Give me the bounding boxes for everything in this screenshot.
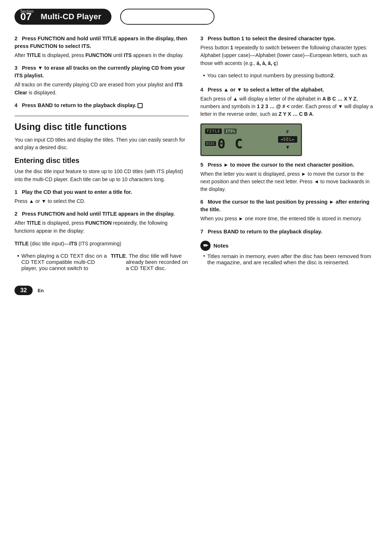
section-title-large: Using disc title functions [15, 121, 189, 132]
footer-lang: En [38, 288, 44, 293]
lcd-disc-label: DISC [205, 141, 216, 146]
step5r-body: When the letter you want is displayed, p… [200, 170, 375, 193]
section-label: Section [20, 9, 34, 13]
lcd-right: F ◄5EL► ▼ [278, 129, 297, 150]
lcd-disc-row: DISC 0​ C [205, 136, 243, 151]
section-intro: You can input CD titles and display the … [15, 136, 189, 152]
two-col: 2 Press FUNCTION and hold until TITLE ap… [15, 35, 377, 273]
notes-box: ✏ Notes Titles remain in memory, even af… [200, 241, 375, 265]
lcd-arrow-down: ▼ [286, 144, 289, 150]
notes-bullet: Titles remain in memory, even after the … [200, 253, 375, 265]
lcd-f-label: F [286, 129, 289, 135]
lcd-sel-box: ◄5EL► [278, 136, 297, 143]
step3-body: All tracks on the currently playing CD a… [15, 81, 189, 97]
step3-heading: 3 Press ▼ to erase all tracks on the cur… [15, 64, 189, 79]
header-section-block: Section 07 Multi-CD Player [15, 9, 111, 25]
bullet-cd: When playing a CD TEXT disc on a CD TEXT… [15, 253, 189, 271]
step6r-heading: 6 Move the cursor to the last position b… [200, 198, 375, 213]
lcd-left: TITLE ITS% DISC 0​ C [205, 128, 243, 151]
step6r-body: When you press ► one more time, the ente… [200, 215, 375, 223]
press-func-body: After TITLE is displayed, press FUNCTION… [15, 219, 189, 235]
press-func-heading: 2 Press FUNCTION and hold until TITLE ap… [15, 210, 189, 218]
page-wrapper: Section 07 Multi-CD Player 2 Press FUNCT… [0, 0, 392, 555]
sub-title: Entering disc titles [15, 156, 189, 165]
step3r-bullet: You can select to input numbers by press… [200, 72, 375, 78]
notes-title: Notes [213, 242, 229, 249]
step3r-heading: 3 Press button 1 to select the desired c… [200, 35, 375, 42]
title-its-line: TITLE (disc title input)—ITS (ITS progra… [15, 240, 189, 248]
play-body: Press ▲ or ▼ to select the CD. [15, 197, 189, 205]
step2-body: After TITLE is displayed, press FUNCTION… [15, 52, 189, 59]
col-left: 2 Press FUNCTION and hold until TITLE ap… [15, 35, 189, 273]
step4-heading: 4 Press BAND to return to the playback d… [15, 102, 189, 109]
step7r-heading: 7 Press BAND to return to the playback d… [200, 228, 375, 236]
lcd-big-char: 0​ C [217, 136, 243, 151]
end-symbol [138, 103, 143, 108]
step4r-body: Each press of ▲ will display a letter of… [200, 95, 375, 118]
play-heading: 1 Play the CD that you want to enter a t… [15, 188, 189, 196]
notes-header: ✏ Notes [200, 241, 375, 251]
section-divider [15, 116, 189, 116]
page-number-badge: 32 [15, 286, 33, 295]
step4r-heading: 4 Press ▲ or ▼ to select a letter of the… [200, 86, 375, 94]
step3r-body: Press button 1 repeatedly to switch betw… [200, 44, 375, 67]
header-title-box: Multi-CD Player [36, 9, 111, 25]
step5r-heading: 5 Press ► to move the cursor to the next… [200, 161, 375, 169]
col-right: 3 Press button 1 to select the desired c… [200, 35, 375, 273]
lcd-title-label: TITLE [205, 128, 222, 134]
lcd-display: TITLE ITS% DISC 0​ C F ◄5EL► ▼ [200, 123, 302, 156]
header-row: Section 07 Multi-CD Player [15, 9, 377, 25]
step2-heading: 2 Press FUNCTION and hold until TITLE ap… [15, 35, 189, 50]
footer-row: 32 En [15, 286, 377, 295]
header-right-box [120, 9, 215, 25]
notes-icon: ✏ [200, 241, 211, 251]
lcd-title-row: TITLE ITS% [205, 128, 243, 134]
header-title: Multi-CD Player [41, 12, 101, 21]
section-badge: Section 07 [15, 9, 36, 25]
sub-intro: Use the disc title input feature to stor… [15, 168, 189, 183]
lcd-its-label: ITS% [224, 128, 237, 134]
